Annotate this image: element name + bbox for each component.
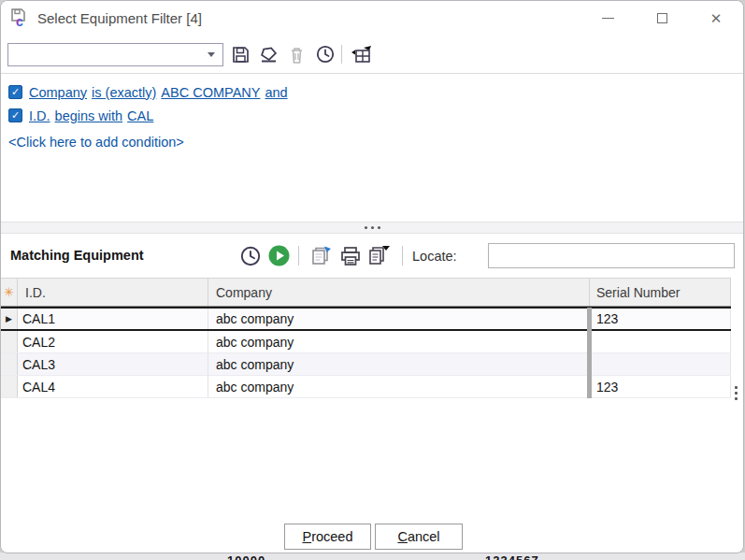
table-row[interactable]: CAL2 abc company: [1, 331, 731, 353]
current-row-arrow-icon: ▶: [6, 314, 12, 323]
condition-row: ✓ I.D. begins with CAL: [8, 104, 736, 127]
maximize-icon: [657, 13, 667, 23]
maximize-button[interactable]: [635, 1, 689, 35]
column-resize-bar[interactable]: [587, 308, 592, 398]
panel-splitter[interactable]: [1, 222, 743, 234]
proceed-button[interactable]: Proceed: [284, 524, 371, 550]
close-icon: ✕: [710, 11, 723, 25]
toolbar-separator: [298, 246, 299, 266]
condition-conjunction-link[interactable]: and: [265, 85, 287, 100]
clear-filter-button[interactable]: [256, 42, 280, 66]
condition-value-link[interactable]: ABC COMPANY: [161, 85, 260, 100]
condition-operator-link[interactable]: is (exactly): [92, 85, 156, 100]
minimize-button[interactable]: [580, 1, 635, 35]
history-icon: [239, 245, 262, 267]
condition-field-link[interactable]: Company: [29, 85, 87, 100]
cell-serial[interactable]: 123: [590, 376, 731, 397]
cancel-button[interactable]: Cancel: [375, 524, 463, 550]
grid-header: ✳ I.D. Company Serial Number: [1, 278, 731, 307]
cell-serial[interactable]: [590, 331, 731, 352]
table-row[interactable]: CAL3 abc company: [1, 353, 731, 376]
cell-id[interactable]: CAL1: [18, 309, 208, 329]
results-history-button[interactable]: [237, 243, 263, 268]
minimize-icon: [602, 18, 614, 19]
select-equipment-filter-dialog: c Select Equipment Filter [4] ✕: [0, 0, 744, 553]
filter-name-combobox[interactable]: [7, 43, 223, 66]
cell-company[interactable]: abc company: [208, 376, 590, 397]
new-row-star-icon: ✳: [4, 286, 14, 298]
column-chooser-icon: [350, 44, 373, 65]
copy-export-button[interactable]: [366, 243, 392, 268]
filter-conditions-panel: ✓ Company is (exactly) ABC COMPANY and ✓…: [1, 73, 743, 222]
cell-serial[interactable]: [590, 353, 731, 375]
cell-serial[interactable]: 123: [590, 309, 731, 329]
section-title: Matching Equipment: [10, 248, 144, 263]
run-query-button[interactable]: [266, 243, 292, 268]
column-chooser-button[interactable]: [349, 42, 373, 66]
save-filter-button[interactable]: [228, 42, 252, 66]
condition-row: ✓ Company is (exactly) ABC COMPANY and: [8, 80, 736, 104]
toolbar-separator: [341, 45, 342, 64]
clear-filter-icon: [258, 45, 279, 65]
condition-checkbox[interactable]: ✓: [8, 108, 22, 122]
results-toolbar: Matching Equipment: [1, 234, 743, 278]
cell-id[interactable]: CAL2: [18, 331, 208, 352]
window-controls: ✕: [580, 1, 743, 35]
new-record-button[interactable]: [308, 243, 334, 268]
cell-id[interactable]: CAL4: [18, 376, 208, 397]
new-row-header-cell[interactable]: ✳: [1, 279, 18, 306]
matching-equipment-grid: ✳ I.D. Company Serial Number ▶ CAL1 abc …: [1, 278, 731, 398]
cell-company[interactable]: abc company: [208, 331, 590, 352]
new-record-icon: [309, 245, 333, 267]
history-icon: [315, 44, 336, 65]
column-header-id[interactable]: I.D.: [18, 279, 208, 306]
cell-company[interactable]: abc company: [208, 309, 590, 329]
condition-operator-link[interactable]: begins with: [55, 108, 123, 123]
copy-icon: [366, 244, 392, 267]
locate-input[interactable]: [488, 243, 735, 268]
condition-checkbox[interactable]: ✓: [8, 85, 22, 99]
cell-company[interactable]: abc company: [208, 353, 590, 375]
table-row[interactable]: CAL4 abc company 123: [1, 376, 731, 398]
print-button[interactable]: [337, 243, 363, 268]
delete-filter-button[interactable]: [284, 42, 308, 66]
column-header-serial[interactable]: Serial Number: [590, 279, 731, 306]
cell-id[interactable]: CAL3: [18, 353, 208, 375]
app-icon: c: [9, 7, 30, 28]
filter-toolbar: [1, 42, 743, 68]
titlebar: c Select Equipment Filter [4] ✕: [1, 1, 743, 35]
run-icon: [267, 244, 291, 267]
condition-field-link[interactable]: I.D.: [29, 108, 50, 123]
background-fragment: 10000: [227, 553, 265, 560]
delete-icon: [288, 45, 306, 65]
background-window-sliver: 10000 1234567: [0, 553, 745, 560]
row-selector[interactable]: ▶: [1, 309, 18, 329]
filter-history-button[interactable]: [313, 42, 337, 66]
chevron-down-icon: [208, 52, 215, 57]
save-icon: [231, 45, 251, 65]
table-row[interactable]: ▶ CAL1 abc company 123: [1, 307, 731, 331]
add-condition-link[interactable]: <Click here to add condition>: [8, 130, 736, 153]
locate-label: Locate:: [412, 249, 457, 264]
column-header-company[interactable]: Company: [208, 279, 590, 306]
row-selector[interactable]: [1, 353, 18, 375]
grid-resize-grip[interactable]: [735, 386, 738, 400]
print-icon: [339, 245, 362, 267]
window-title: Select Equipment Filter [4]: [37, 10, 202, 26]
svg-text:c: c: [16, 14, 23, 28]
condition-value-link[interactable]: CAL: [127, 108, 153, 123]
row-selector[interactable]: [1, 376, 18, 397]
background-fragment: 1234567: [485, 553, 539, 560]
toolbar-separator: [402, 246, 403, 266]
row-selector[interactable]: [1, 331, 18, 352]
close-button[interactable]: ✕: [689, 1, 743, 35]
